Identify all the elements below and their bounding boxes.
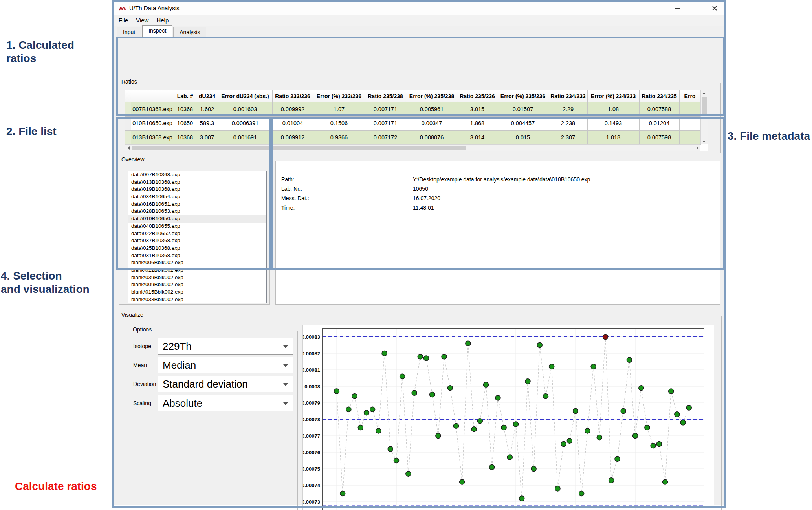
maximize-button[interactable]: [687, 2, 705, 15]
column-header[interactable]: Ratio 235/236: [458, 90, 497, 102]
data-point[interactable]: [669, 389, 674, 394]
value-cell[interactable]: 0.007598: [639, 130, 679, 144]
data-point[interactable]: [585, 428, 590, 433]
list-item[interactable]: data\016B10651.exp: [128, 201, 266, 208]
table-horizontal-scrollbar[interactable]: [125, 144, 700, 151]
data-point[interactable]: [495, 395, 500, 400]
value-cell[interactable]: 1.602: [196, 102, 218, 116]
list-item[interactable]: data\019B10368.exp: [128, 186, 266, 193]
value-cell[interactable]: 589.3: [196, 116, 218, 130]
column-header[interactable]: Error (%) 235/238: [406, 90, 458, 102]
list-item[interactable]: data\010B10650.exp: [128, 215, 266, 223]
file-cell[interactable]: 013B10368.exp: [131, 130, 174, 144]
list-item[interactable]: data\022B10652.exp: [128, 230, 266, 238]
scrollbar-thumb[interactable]: [702, 97, 707, 114]
data-point[interactable]: [436, 433, 441, 439]
data-point[interactable]: [519, 496, 524, 501]
list-item[interactable]: data\028B10653.exp: [128, 208, 266, 215]
value-cell[interactable]: 2.307: [549, 130, 587, 144]
value-cell[interactable]: 0.004457: [497, 116, 549, 130]
data-point[interactable]: [555, 486, 560, 491]
column-header[interactable]: Erro: [679, 90, 700, 102]
table-row[interactable]: 010B10650.exp10650589.30.00063910.010040…: [125, 116, 700, 130]
list-item[interactable]: data\034B10654.exp: [128, 193, 266, 201]
scroll-right-button[interactable]: [694, 145, 700, 151]
table-vertical-scrollbar[interactable]: [700, 90, 708, 144]
data-point[interactable]: [645, 425, 650, 430]
column-header[interactable]: Error (%) 233/236: [313, 90, 365, 102]
data-point[interactable]: [537, 343, 542, 348]
value-cell[interactable]: 0.1506: [313, 116, 365, 130]
data-point[interactable]: [460, 479, 465, 484]
value-cell[interactable]: [679, 102, 700, 116]
data-point[interactable]: [352, 394, 357, 399]
value-cell[interactable]: 1.018: [587, 130, 639, 144]
data-point[interactable]: [454, 423, 459, 428]
value-cell[interactable]: 0.009992: [272, 102, 313, 116]
data-point[interactable]: [543, 394, 548, 399]
deviation-select[interactable]: Standard deviation: [158, 376, 293, 392]
column-header[interactable]: Lab. #: [174, 90, 196, 102]
tab-analysis[interactable]: Analysis: [173, 27, 206, 38]
data-point[interactable]: [370, 407, 375, 412]
scaling-select[interactable]: Absolute: [158, 395, 293, 411]
data-point[interactable]: [633, 433, 638, 439]
menu-help[interactable]: Help: [153, 17, 172, 24]
data-point[interactable]: [680, 420, 686, 425]
data-point[interactable]: [567, 438, 572, 443]
value-cell[interactable]: 10368: [174, 102, 196, 116]
value-cell[interactable]: 0.01004: [272, 116, 313, 130]
data-point[interactable]: [621, 409, 626, 414]
value-cell[interactable]: [679, 116, 700, 130]
column-header[interactable]: Ratio 234/235: [639, 90, 679, 102]
value-cell[interactable]: [679, 130, 700, 144]
value-cell[interactable]: 0.001691: [218, 130, 272, 144]
value-cell[interactable]: 1.868: [458, 116, 497, 130]
value-cell[interactable]: 10368: [174, 130, 196, 144]
data-point[interactable]: [376, 428, 381, 433]
data-point[interactable]: [525, 379, 530, 384]
tab-input[interactable]: Input: [117, 27, 141, 38]
value-cell[interactable]: 3.015: [458, 102, 497, 116]
value-cell[interactable]: 1.08: [587, 102, 639, 116]
data-point[interactable]: [424, 356, 429, 361]
chart-svg[interactable]: 0.000830.000820.000810.00080.000790.0007…: [303, 325, 714, 510]
data-point[interactable]: [579, 491, 584, 496]
data-point[interactable]: [561, 442, 566, 447]
minimize-button[interactable]: [668, 2, 687, 15]
value-cell[interactable]: 0.0006391: [218, 116, 272, 130]
data-point[interactable]: [591, 364, 596, 369]
list-item[interactable]: blank\039Bblk002.exp: [128, 274, 266, 282]
data-point[interactable]: [549, 364, 554, 369]
data-point[interactable]: [573, 409, 578, 414]
data-point[interactable]: [346, 407, 351, 412]
isotope-select[interactable]: 229Th: [158, 338, 293, 355]
value-cell[interactable]: 0.00347: [406, 116, 458, 130]
value-cell[interactable]: 10650: [174, 116, 196, 130]
data-point[interactable]: [340, 491, 345, 496]
table-row[interactable]: 007B10368.exp103681.6020.0016030.0099921…: [125, 102, 700, 116]
data-point[interactable]: [675, 412, 680, 417]
data-point[interactable]: [489, 464, 495, 470]
data-point[interactable]: [501, 425, 506, 430]
value-cell[interactable]: 0.007172: [365, 130, 406, 144]
data-point[interactable]: [477, 419, 482, 424]
tab-inspect[interactable]: Inspect: [142, 25, 172, 38]
data-point[interactable]: [651, 443, 656, 448]
scrollbar-thumb[interactable]: [132, 146, 466, 150]
data-point[interactable]: [656, 442, 662, 447]
data-point[interactable]: [513, 422, 519, 427]
table-row[interactable]: 013B10368.exp103683.0070.0016910.0099120…: [125, 130, 700, 144]
data-point[interactable]: [334, 389, 339, 394]
data-point[interactable]: [484, 382, 489, 387]
data-point[interactable]: [686, 405, 691, 410]
file-cell[interactable]: 010B10650.exp: [131, 116, 174, 130]
column-header[interactable]: Ratio 233/236: [272, 90, 313, 102]
data-point[interactable]: [663, 479, 668, 484]
scroll-down-button[interactable]: [701, 139, 707, 144]
list-item[interactable]: data\037B10368.exp: [128, 237, 266, 245]
data-point[interactable]: [507, 455, 512, 460]
data-point[interactable]: [615, 456, 620, 461]
value-cell[interactable]: 0.007171: [365, 116, 406, 130]
value-cell[interactable]: 0.001603: [218, 102, 272, 116]
